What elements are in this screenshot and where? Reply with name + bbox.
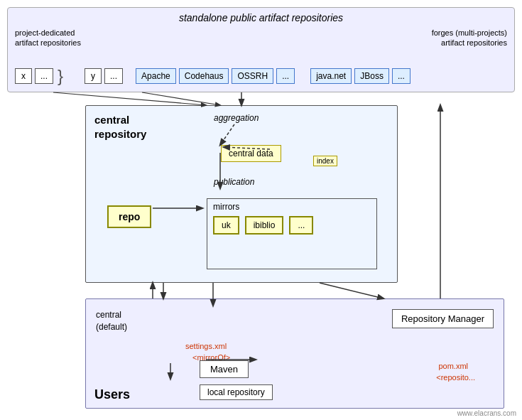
box-x: x	[15, 68, 32, 84]
svg-line-8	[320, 283, 384, 298]
top-boxes-row: x ... } y ... Apache Codehaus OSSRH ... …	[15, 66, 507, 86]
label-forges: forges (multi-projects)artifact reposito…	[365, 28, 507, 48]
mirrors-section: mirrors uk ibiblio ...	[207, 198, 377, 269]
mirrors-title: mirrors	[213, 202, 371, 212]
central-default-label: central(default)	[96, 309, 127, 333]
box-ellipsis-3: ...	[276, 68, 295, 84]
mirror-ellipsis: ...	[289, 216, 313, 235]
label-project-dedicated: project-dedicatedartifact repositories	[15, 28, 100, 48]
top-labels-row: project-dedicatedartifact repositories f…	[15, 28, 507, 48]
top-section: standalone public artifact repositories …	[7, 7, 515, 92]
box-apache: Apache	[136, 68, 176, 84]
central-title: centralrepository	[94, 113, 146, 141]
reposito-label: <reposito...	[436, 373, 475, 382]
top-section-title: standalone public artifact repositories	[15, 12, 507, 23]
aggregation-label: aggregation	[214, 113, 259, 123]
publication-label: publication	[214, 177, 254, 187]
central-data-box: central data	[221, 145, 281, 162]
mirrors-boxes: uk ibiblio ...	[213, 216, 371, 235]
central-section: centralrepository aggregation central da…	[85, 105, 398, 283]
settings-xml-label: settings.xml	[185, 342, 227, 350]
box-ellipsis-1: ...	[35, 68, 53, 84]
box-ossrh: OSSRH	[232, 68, 273, 84]
svg-line-12	[53, 92, 206, 105]
box-ellipsis-4: ...	[392, 68, 410, 84]
local-repo-box: local repository	[200, 384, 273, 400]
users-label: Users	[94, 387, 130, 402]
box-codehaus: Codehaus	[179, 68, 229, 84]
mirror-uk: uk	[213, 216, 239, 235]
repo-yellow-box: repo	[107, 205, 151, 228]
pom-xml-label: pom.xml	[438, 362, 468, 370]
repo-manager-box: Repository Manager	[392, 309, 494, 328]
diagram: standalone public artifact repositories …	[0, 0, 522, 420]
box-y: y	[85, 68, 102, 84]
users-section: Users central(default) Repository Manage…	[85, 298, 504, 409]
box-jboss: JBoss	[354, 68, 389, 84]
box-javanet: java.net	[310, 68, 352, 84]
svg-line-13	[142, 92, 220, 105]
watermark: www.elacrans.com	[457, 409, 516, 417]
index-badge: index	[313, 156, 337, 166]
mirror-ibiblio: ibiblio	[245, 216, 284, 235]
box-ellipsis-2: ...	[104, 68, 123, 84]
maven-box: Maven	[200, 360, 249, 378]
